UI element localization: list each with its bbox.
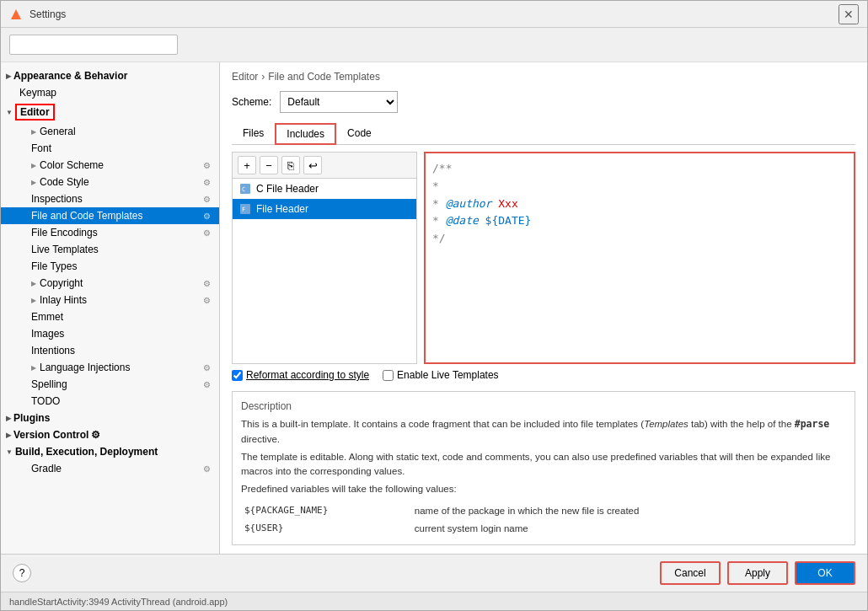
inlay-hints-settings-icon: ⚙ — [203, 296, 211, 305]
code-line-3: * @author Xxx — [432, 196, 847, 213]
sidebar-item-gradle[interactable]: Gradle ⚙ — [1, 460, 219, 477]
template-list-panel: + − ⎘ ↩ C C File Header — [232, 152, 417, 364]
sidebar-item-file-encodings[interactable]: File Encodings ⚙ — [1, 224, 219, 241]
file-templates-settings-icon: ⚙ — [203, 212, 211, 221]
var-desc-2: current system login name — [411, 520, 846, 538]
description-text1: This is a built-in template. It contains… — [241, 417, 846, 447]
description-title: Description — [241, 399, 846, 414]
statusbar: handleStartActivity:3949 ActivityThread … — [1, 592, 867, 610]
remove-template-button[interactable]: − — [260, 156, 278, 174]
live-templates-checkbox-label[interactable]: Enable Live Templates — [383, 369, 499, 381]
app-icon — [9, 8, 23, 21]
sidebar-item-file-code-templates[interactable]: File and Code Templates ⚙ — [1, 207, 219, 224]
sidebar-item-appearance-behavior[interactable]: ▶ Appearance & Behavior — [1, 67, 219, 84]
sidebar-item-intentions[interactable]: Intentions — [1, 342, 219, 359]
sidebar-item-plugins[interactable]: ▶ Plugins — [1, 410, 219, 426]
tab-files[interactable]: Files — [232, 123, 275, 145]
title-bar: Settings ✕ — [1, 1, 867, 28]
settings-dialog: Settings ✕ ▶ Appearance & Behavior Keyma… — [0, 0, 868, 611]
statusbar-text: handleStartActivity:3949 ActivityThread … — [9, 597, 228, 607]
code-style-label: Code Style — [40, 176, 89, 188]
sidebar-item-inspections[interactable]: Inspections ⚙ — [1, 190, 219, 207]
sidebar-item-todo[interactable]: TODO — [1, 393, 219, 410]
breadcrumb-editor: Editor — [232, 71, 258, 83]
sidebar-item-editor[interactable]: ▼ Editor — [1, 101, 219, 123]
file-types-label: File Types — [31, 260, 77, 272]
code-style-settings-icon: ⚙ — [203, 178, 211, 187]
tab-code[interactable]: Code — [336, 123, 383, 145]
copyright-settings-icon: ⚙ — [203, 279, 211, 288]
sidebar-item-general[interactable]: ▶ General — [1, 123, 219, 140]
svg-text:C: C — [242, 186, 245, 193]
cancel-button[interactable]: Cancel — [660, 561, 721, 585]
live-templates-label: Live Templates — [31, 244, 99, 255]
description-text3: Predefined variables will take the follo… — [241, 482, 846, 496]
file-header-label: File Header — [256, 203, 308, 215]
code-style-triangle: ▶ — [31, 179, 36, 186]
code-line-1: /** — [432, 160, 847, 178]
plugins-label: Plugins — [13, 412, 50, 424]
plugins-triangle: ▶ — [6, 415, 11, 422]
sidebar-item-code-style[interactable]: ▶ Code Style ⚙ — [1, 174, 219, 190]
footer-right: Cancel Apply OK — [660, 561, 855, 585]
help-button[interactable]: ? — [13, 564, 31, 582]
inlay-hints-triangle: ▶ — [31, 297, 36, 304]
breadcrumb-page: File and Code Templates — [268, 71, 380, 83]
search-row — [1, 28, 867, 62]
var-row-1: ${PACKAGE_NAME} name of the package in w… — [241, 502, 846, 520]
reformat-checkbox[interactable] — [232, 370, 243, 381]
var-name-1: ${PACKAGE_NAME} — [241, 502, 411, 520]
add-template-button[interactable]: + — [238, 156, 256, 174]
apply-button[interactable]: Apply — [727, 561, 788, 585]
scheme-select[interactable]: Default Project — [280, 91, 398, 113]
inspections-label: Inspections — [31, 193, 83, 205]
code-line-2: * — [432, 178, 847, 196]
code-editor[interactable]: /** * * @author Xxx * @date ${DATE} — [424, 152, 855, 364]
general-triangle: ▶ — [31, 128, 36, 136]
build-triangle: ▼ — [6, 448, 13, 456]
sidebar-item-emmet[interactable]: Emmet — [1, 308, 219, 325]
search-input[interactable] — [9, 35, 178, 55]
sidebar-item-font[interactable]: Font — [1, 140, 219, 157]
sidebar-item-inlay-hints[interactable]: ▶ Inlay Hints ⚙ — [1, 292, 219, 308]
svg-marker-0 — [11, 9, 21, 19]
gradle-settings-icon: ⚙ — [203, 464, 211, 474]
sidebar-item-copyright[interactable]: ▶ Copyright ⚙ — [1, 275, 219, 292]
breadcrumb-separator: › — [261, 71, 265, 83]
keymap-label: Keymap — [19, 87, 56, 99]
sidebar-item-spelling[interactable]: Spelling ⚙ — [1, 376, 219, 393]
sidebar-item-build-execution[interactable]: ▼ Build, Execution, Deployment — [1, 443, 219, 460]
template-item-c-file-header[interactable]: C C File Header — [233, 179, 416, 199]
sidebar-item-version-control[interactable]: ▶ Version Control ⚙ — [1, 426, 219, 443]
reset-template-button[interactable]: ↩ — [303, 156, 322, 174]
tab-includes[interactable]: Includes — [275, 123, 336, 145]
copy-template-button[interactable]: ⎘ — [281, 156, 300, 174]
spelling-label: Spelling — [31, 378, 67, 390]
intentions-label: Intentions — [31, 345, 75, 356]
sidebar-item-language-injections[interactable]: ▶ Language Injections ⚙ — [1, 359, 219, 376]
live-templates-checkbox[interactable] — [383, 370, 394, 381]
file-code-templates-label: File and Code Templates — [31, 210, 143, 222]
description-panel: Description This is a built-in template.… — [232, 391, 855, 545]
sidebar-item-file-types[interactable]: File Types — [1, 258, 219, 275]
template-item-file-header[interactable]: F File Header — [233, 199, 416, 219]
sidebar-item-keymap[interactable]: Keymap — [1, 84, 219, 101]
todo-label: TODO — [31, 395, 60, 407]
appearance-behavior-label: Appearance & Behavior — [13, 70, 127, 82]
ok-button[interactable]: OK — [795, 561, 855, 585]
scheme-row: Scheme: Default Project — [232, 91, 855, 113]
reformat-checkbox-label[interactable]: Reformat according to style — [232, 369, 369, 381]
color-scheme-label: Color Scheme — [40, 159, 104, 171]
sidebar-item-color-scheme[interactable]: ▶ Color Scheme ⚙ — [1, 157, 219, 174]
options-row: Reformat according to style Enable Live … — [232, 364, 855, 386]
code-line-4: * @date ${DATE} — [432, 212, 847, 230]
scheme-label: Scheme: — [232, 96, 271, 108]
reformat-label: Reformat according to style — [246, 369, 369, 381]
template-list: C C File Header F File Header — [233, 179, 416, 363]
sidebar-item-live-templates[interactable]: Live Templates — [1, 241, 219, 258]
svg-text:F: F — [242, 206, 245, 213]
sidebar-item-images[interactable]: Images — [1, 325, 219, 342]
live-templates-option-label: Enable Live Templates — [397, 369, 499, 381]
close-button[interactable]: ✕ — [839, 4, 859, 24]
sidebar: ▶ Appearance & Behavior Keymap ▼ Editor … — [1, 62, 220, 554]
